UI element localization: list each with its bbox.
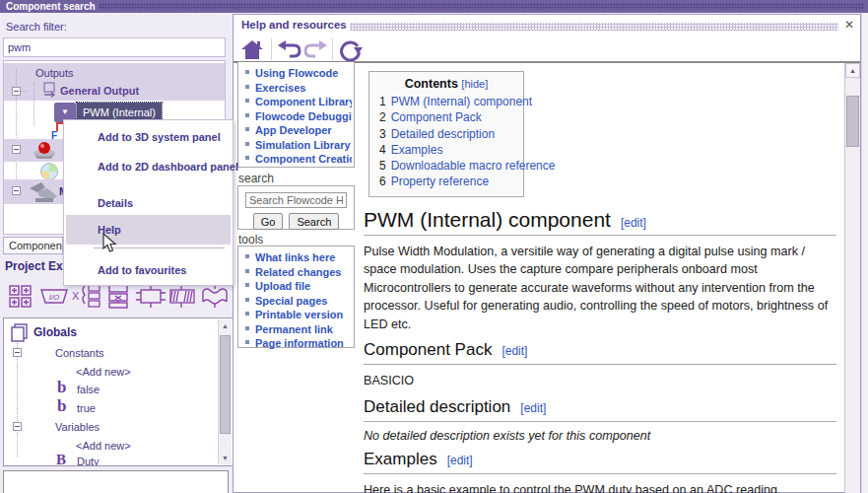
tree-item-general-output[interactable]: General Output <box>60 85 139 97</box>
menu-item-details[interactable]: Details <box>64 192 233 214</box>
comment-icon[interactable] <box>167 283 195 311</box>
tree-item-duty[interactable]: Duty <box>77 456 100 466</box>
edit-link[interactable]: [edit] <box>621 216 646 230</box>
section-heading-detailed-description: Detailed description[edit] <box>364 397 836 422</box>
scrollbar-thumb[interactable] <box>846 96 859 147</box>
wiki-search-input[interactable] <box>245 192 347 208</box>
collapse-toggle-icon[interactable] <box>13 348 22 357</box>
tree-item-add-new-variable[interactable]: <Add new> <box>76 440 131 452</box>
nav-item: Component Creation <box>244 151 352 166</box>
component-pack-body: BASICIO <box>364 372 838 390</box>
bullet-square-icon <box>245 312 249 316</box>
tools-link-printable-version[interactable]: Printable version <box>255 309 343 320</box>
section-title: Component Pack <box>364 340 492 359</box>
toc-hide-link[interactable]: [hide] <box>461 78 488 90</box>
tree-item-variables[interactable]: Variables <box>55 421 100 433</box>
menu-item-add-2d-dashboard-panel[interactable]: Add to 2D dashboard panel <box>64 156 233 177</box>
macro-call-icon[interactable]: X <box>71 283 99 311</box>
search-filter-input[interactable] <box>3 37 226 57</box>
back-icon[interactable] <box>277 37 302 61</box>
tools-link-special-pages[interactable]: Special pages <box>255 295 327 307</box>
toc-item: 1PWM (Internal) component <box>379 94 519 109</box>
nav-link-component-library[interactable]: Component Library <box>255 96 352 107</box>
collapse-toggle-icon[interactable] <box>12 145 21 154</box>
tree-item-false[interactable]: false <box>77 384 100 395</box>
toc-link-component-pack[interactable]: Component Pack <box>391 110 482 124</box>
tools-link-upload-file[interactable]: Upload file <box>255 280 310 292</box>
menu-item-help[interactable]: Help <box>64 219 233 241</box>
bullet-square-icon <box>245 156 249 160</box>
menu-item-add-3d-system-panel[interactable]: Add to 3D system panel <box>64 126 233 148</box>
toc-link-macro-reference[interactable]: Downloadable macro reference <box>391 159 556 173</box>
tree-item-add-new-constant[interactable]: <Add new> <box>76 366 131 378</box>
globals-scrollbar[interactable]: ▲ ▼ <box>218 319 232 464</box>
tools-item: What links here <box>244 249 352 264</box>
toc-link-property-reference[interactable]: Property reference <box>391 175 489 188</box>
scroll-down-icon[interactable]: ▼ <box>219 452 232 464</box>
tree-item-constants[interactable]: Constants <box>55 347 104 359</box>
tree-line <box>33 83 34 126</box>
wiki-navigation-list: Using Flowcode Exercises Component Libra… <box>238 62 354 168</box>
close-icon[interactable]: ✕ <box>844 18 854 32</box>
toc-link-pwm-component[interactable]: PWM (Internal) component <box>391 95 532 108</box>
toc-link-detailed-description[interactable]: Detailed description <box>391 127 495 141</box>
mouse-cursor-icon <box>102 233 117 253</box>
loop-icon[interactable] <box>104 283 132 311</box>
go-button[interactable]: Go <box>253 213 284 230</box>
tools-link-what-links-here[interactable]: What links here <box>255 251 335 263</box>
tools-link-permanent-link[interactable]: Permanent link <box>255 323 333 335</box>
tree-item-true[interactable]: true <box>77 402 96 414</box>
toolbar-separator <box>271 38 272 60</box>
process-icon[interactable] <box>136 283 164 311</box>
tree-item-globals[interactable]: Globals <box>33 325 77 339</box>
tools-link-page-information[interactable]: Page information <box>255 337 344 349</box>
edit-link[interactable]: [edit] <box>447 454 473 467</box>
help-scrollbar[interactable]: ▲ <box>844 63 860 493</box>
home-icon[interactable] <box>239 37 265 61</box>
nav-item: Using Flowcode <box>244 65 352 80</box>
component-search-title: Component search <box>6 0 96 13</box>
connection-points-icon[interactable] <box>8 283 35 311</box>
io-icon[interactable]: I/O <box>39 283 67 311</box>
bullet-square-icon <box>245 142 249 146</box>
collapse-toggle-icon[interactable] <box>12 186 21 195</box>
scroll-up-icon[interactable]: ▲ <box>219 319 232 332</box>
component-search-tab[interactable]: Component search <box>3 237 63 254</box>
bullet-square-icon <box>245 340 249 344</box>
toc-link-examples[interactable]: Examples <box>391 143 443 157</box>
wiki-tools-box: What links here Related changes Upload f… <box>237 246 355 348</box>
nav-link-app-developer[interactable]: App Developer <box>255 124 332 136</box>
collapse-toggle-icon[interactable] <box>13 422 22 431</box>
tree-item-outputs[interactable]: Outputs <box>35 67 74 79</box>
refresh-icon[interactable] <box>338 37 364 61</box>
help-window-title: Help and resources <box>241 19 347 31</box>
nav-link-simulation-library[interactable]: Simulation Library <box>255 139 351 151</box>
interrupt-icon[interactable] <box>199 283 227 311</box>
collapse-toggle-icon[interactable] <box>12 87 21 96</box>
nav-link-exercises[interactable]: Exercises <box>255 82 305 94</box>
search-button[interactable]: Search <box>289 213 339 230</box>
detailed-description-body: No detailed description exists yet for t… <box>364 429 836 443</box>
nav-link-component-creation[interactable]: Component Creation <box>255 153 352 165</box>
tools-item: Upload file <box>244 278 352 293</box>
toc-number: 2 <box>379 110 386 124</box>
table-of-contents: Contents [hide] 1PWM (Internal) componen… <box>368 71 524 197</box>
toc-item: 2Component Pack <box>379 109 519 125</box>
tools-item: Related changes <box>244 264 352 279</box>
edit-link[interactable]: [edit] <box>501 344 527 358</box>
forward-icon[interactable] <box>302 37 328 61</box>
search-filter-label: Search filter: <box>6 21 67 33</box>
bool-type-icon: b <box>57 378 66 397</box>
nav-item: Exercises <box>244 80 352 95</box>
menu-item-add-to-favourites[interactable]: Add to favourites <box>64 259 233 281</box>
edit-link[interactable]: [edit] <box>520 401 546 415</box>
bullet-square-icon <box>245 269 249 273</box>
bullet-square-icon <box>245 326 249 330</box>
tools-link-related-changes[interactable]: Related changes <box>255 266 341 278</box>
nav-link-flowcode-debugging[interactable]: Flowcode Debugging <box>255 110 352 122</box>
scroll-up-icon[interactable]: ▲ <box>845 63 860 78</box>
scrollbar-thumb[interactable] <box>220 335 231 434</box>
nav-link-using-flowcode[interactable]: Using Flowcode <box>255 67 338 79</box>
byte-type-icon: B <box>56 452 66 466</box>
tree-line <box>17 340 18 457</box>
